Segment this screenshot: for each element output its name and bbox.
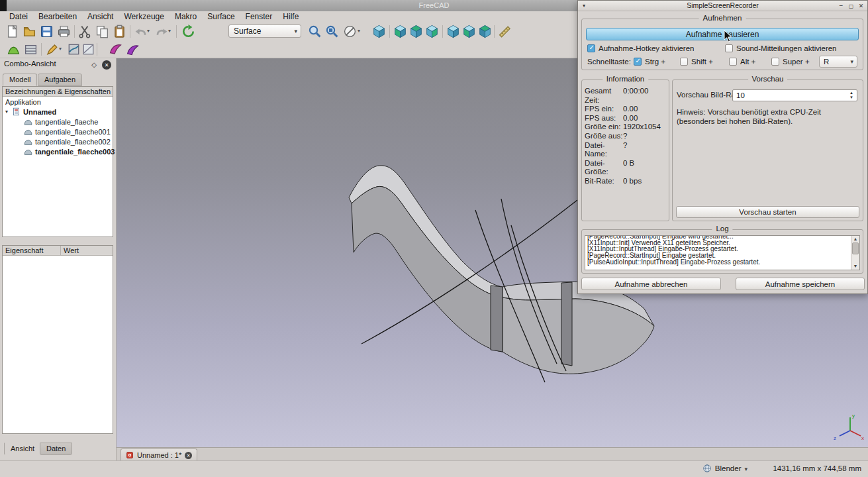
document-tab[interactable]: Unnamed : 1*	[121, 449, 197, 461]
undo-icon[interactable]	[134, 25, 148, 38]
menu-bearbeiten[interactable]: Bearbeiten	[33, 11, 82, 23]
dimension-readout: 1431,16 mm x 744,58 mm	[773, 464, 861, 472]
property-col-name[interactable]: Eigenschaft	[3, 246, 61, 256]
property-col-value[interactable]: Wert	[61, 246, 113, 256]
scrollbar-thumb[interactable]	[852, 242, 859, 254]
curve-edit-dropdown-icon[interactable]	[59, 46, 65, 54]
view-bottom-icon[interactable]	[462, 25, 476, 38]
menu-makro[interactable]: Makro	[169, 11, 202, 23]
toolbar-separator	[389, 25, 390, 38]
view-front-icon[interactable]	[393, 25, 407, 38]
minimize-icon[interactable]	[837, 1, 845, 10]
close-icon[interactable]	[857, 1, 865, 10]
tree-item-selected[interactable]: tangentiale_flaeche003	[3, 146, 113, 156]
ssr-titlebar[interactable]: SimpleScreenRecorder	[578, 1, 867, 11]
surface-item-icon	[24, 117, 32, 126]
tab-ansicht-label: Ansicht	[11, 445, 34, 452]
menu-datei[interactable]: Datei	[4, 11, 33, 23]
curve-on-mesh-icon[interactable]	[67, 42, 81, 56]
axonometric-view-icon[interactable]	[372, 25, 386, 38]
undo-dropdown-icon[interactable]	[147, 28, 153, 36]
axis-x-label: x	[861, 435, 864, 441]
refresh-icon[interactable]	[181, 25, 195, 38]
view-right-icon[interactable]	[425, 25, 439, 38]
cancel-recording-button[interactable]: Aufnahme abbrechen	[581, 278, 721, 290]
info-label: Gesamt Zeit:	[585, 87, 623, 105]
model-tree-panel: Bezeichnungen & Eigenschaften Applikatio…	[2, 86, 113, 237]
tree-root-application[interactable]: Applikation	[3, 97, 113, 107]
close-tab-icon[interactable]	[185, 452, 192, 459]
menu-hilfe[interactable]: Hilfe	[277, 11, 304, 23]
checkbox-checked-icon[interactable]	[587, 44, 595, 52]
new-file-icon[interactable]	[5, 25, 19, 38]
navigation-style-selector[interactable]: Blender	[702, 464, 747, 473]
start-preview-button[interactable]: Vorschau starten	[676, 206, 859, 218]
redo-dropdown-icon[interactable]	[168, 28, 174, 36]
navigation-style-label: Blender	[715, 464, 742, 472]
tree-item[interactable]: tangentiale_flaeche001	[3, 127, 113, 136]
surface-filling-icon[interactable]	[7, 42, 21, 56]
tree-item-label: tangentiale_flaeche001	[35, 128, 111, 136]
scroll-up-icon[interactable]: ▲	[851, 236, 859, 242]
checkbox-unchecked-icon[interactable]	[725, 44, 733, 52]
toolbar-separator	[130, 25, 130, 38]
dock-close-icon[interactable]	[102, 60, 111, 70]
menu-surface[interactable]: Surface	[202, 11, 240, 23]
log-output[interactable]: [PageRecord::StartInput] Eingabe wird ge…	[585, 235, 860, 270]
curve-edit-icon[interactable]	[45, 42, 59, 56]
tab-daten[interactable]: Daten	[40, 443, 72, 455]
extend-surface-icon[interactable]	[109, 42, 122, 56]
log-scrollbar[interactable]: ▲ ▼	[851, 236, 859, 270]
toolbar-separator	[176, 25, 177, 38]
open-file-icon[interactable]	[23, 25, 36, 38]
zoom-fit-icon[interactable]	[308, 25, 322, 38]
cut-icon[interactable]	[78, 25, 92, 38]
hotkey-key-selector[interactable]: R	[819, 56, 857, 68]
maximize-icon[interactable]	[847, 1, 855, 10]
view-rear-icon[interactable]	[446, 25, 460, 38]
combo-view-dock: Combo-Ansicht Modell Aufgaben Bezeichnun…	[0, 58, 117, 460]
preview-group-title: Vorschau	[748, 75, 788, 83]
save-recording-button[interactable]: Aufnahme speichern	[736, 278, 865, 290]
measure-icon[interactable]	[498, 25, 512, 38]
menu-ansicht[interactable]: Ansicht	[82, 11, 119, 23]
surface-sections-icon[interactable]	[24, 42, 38, 56]
preview-rate-value: 10	[736, 91, 745, 99]
view-left-icon[interactable]	[478, 25, 492, 38]
menu-werkzeuge[interactable]: Werkzeuge	[119, 11, 169, 23]
spinner-arrows-icon[interactable]: ▲▼	[847, 91, 855, 100]
window-menu-icon[interactable]	[583, 1, 585, 11]
preview-rate-spinner[interactable]: 10 ▲▼	[732, 89, 857, 101]
copy-icon[interactable]	[95, 25, 109, 38]
sound-notifications-label: Sound-Mitteilungen aktivieren	[736, 44, 837, 52]
tab-aufgaben[interactable]: Aufgaben	[38, 74, 82, 86]
tab-ansicht[interactable]: Ansicht	[4, 443, 41, 455]
menu-fenster[interactable]: Fenster	[240, 11, 278, 23]
workbench-selector[interactable]: Surface	[228, 25, 301, 38]
tree-item[interactable]: tangentiale_flaeche002	[3, 136, 113, 146]
view-top-icon[interactable]	[409, 25, 423, 38]
tab-modell[interactable]: Modell	[3, 74, 37, 86]
dock-float-icon[interactable]	[89, 60, 99, 70]
cancel-recording-label: Aufnahme abbrechen	[615, 280, 688, 288]
tree-item[interactable]: tangentiale_flaeche	[3, 117, 113, 127]
tree-document[interactable]: Unnamed	[3, 107, 113, 117]
redo-icon[interactable]	[155, 25, 169, 38]
print-icon[interactable]	[57, 25, 71, 38]
blend-curve-icon[interactable]	[126, 42, 140, 56]
scroll-down-icon[interactable]: ▼	[851, 263, 859, 270]
document-icon	[12, 107, 21, 116]
sound-notifications-checkbox[interactable]: Sound-Mitteilungen aktivieren	[725, 44, 837, 52]
info-label: Größe aus:	[585, 132, 623, 141]
draw-style-icon[interactable]	[343, 25, 357, 38]
status-bar: Blender 1431,16 mm x 744,58 mm	[0, 460, 868, 477]
paste-icon[interactable]	[113, 25, 126, 38]
save-icon[interactable]	[40, 25, 54, 38]
hotkey-enable-checkbox[interactable]: Aufnahme-Hotkey aktivieren	[587, 44, 694, 52]
draw-style-dropdown-icon[interactable]	[358, 28, 363, 36]
document-tab-bar: Unnamed : 1*	[117, 447, 868, 460]
zoom-selection-icon[interactable]	[325, 25, 339, 38]
flatten-surface-icon[interactable]	[81, 42, 95, 56]
pause-recording-button[interactable]: Aufnahme pausieren	[586, 28, 859, 40]
expand-caret-icon[interactable]	[5, 109, 12, 115]
